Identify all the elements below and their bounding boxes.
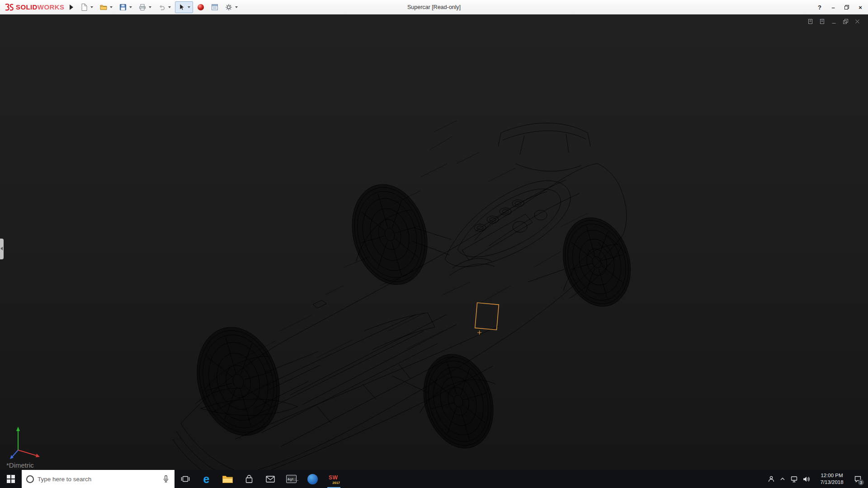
mail-icon — [265, 474, 275, 483]
brand-works: WORKS — [38, 3, 65, 11]
taskbar-solidworks-button[interactable]: SW 2017 — [323, 470, 344, 488]
print-button[interactable] — [136, 1, 154, 13]
child-window-controls — [807, 18, 861, 24]
help-button[interactable]: ? — [813, 1, 826, 13]
document-title: Supercar [Read-only] — [407, 0, 461, 14]
cortana-icon — [26, 475, 34, 483]
menu-expand-arrow[interactable] — [70, 5, 73, 10]
undo-icon — [157, 2, 167, 12]
child-window-icon-a[interactable] — [807, 18, 814, 24]
child-window-icon-b[interactable] — [818, 18, 826, 24]
notification-badge: 3 — [858, 479, 864, 485]
store-icon — [245, 474, 254, 484]
system-tray: 12:00 PM 7/13/2018 3 — [765, 470, 868, 488]
document-properties-icon — [210, 2, 220, 12]
taskbar-mail-button[interactable] — [259, 470, 281, 488]
child-minimize-button[interactable] — [830, 18, 837, 24]
taskbar: e &gt;_ SW — [0, 470, 868, 488]
taskbar-media-app-button[interactable] — [302, 470, 323, 488]
taskbar-clock[interactable]: 12:00 PM 7/13/2018 — [812, 472, 851, 486]
people-button[interactable] — [765, 470, 777, 488]
options-gear-icon — [224, 2, 234, 12]
clock-date: 7/13/2018 — [812, 479, 851, 486]
taskbar-file-explorer-button[interactable] — [217, 470, 238, 488]
solidworks-app-icon: SW 2017 — [328, 473, 340, 485]
taskbar-store-button[interactable] — [238, 470, 259, 488]
dropdown-caret[interactable] — [149, 6, 151, 8]
clock-time: 12:00 PM — [812, 472, 851, 479]
solidworks-window: SOLIDWORKS — [0, 0, 868, 488]
print-icon — [137, 2, 147, 12]
action-center-button[interactable]: 3 — [851, 470, 864, 488]
microphone-icon[interactable] — [162, 475, 170, 483]
task-view-icon — [180, 474, 190, 483]
dropdown-caret[interactable] — [168, 6, 171, 8]
task-view-button[interactable] — [175, 470, 196, 488]
dropdown-caret[interactable] — [129, 6, 132, 8]
appearance-sphere-icon — [196, 2, 206, 12]
windows-logo-icon — [7, 475, 15, 483]
people-icon — [768, 475, 775, 483]
window-controls: ? – × — [813, 0, 867, 14]
select-tool-button[interactable] — [175, 1, 193, 13]
dropdown-caret[interactable] — [110, 6, 113, 8]
standard-toolbar — [78, 1, 241, 13]
taskbar-edge-button[interactable]: e — [196, 470, 217, 488]
chevron-up-icon — [779, 476, 786, 482]
restore-button[interactable] — [840, 1, 854, 13]
options-button[interactable] — [222, 1, 241, 13]
dropdown-caret[interactable] — [90, 6, 93, 8]
view-orientation-label: *Dimetric — [6, 461, 34, 469]
edge-icon: e — [203, 474, 210, 485]
taskbar-terminal-button[interactable]: &gt;_ — [281, 470, 302, 488]
feature-tree-flyout-tab[interactable] — [0, 239, 4, 259]
network-icon — [790, 475, 798, 483]
volume-button[interactable] — [800, 470, 812, 488]
file-explorer-icon — [222, 474, 233, 483]
media-app-icon — [307, 474, 318, 484]
new-document-icon — [79, 2, 89, 12]
orientation-triad-icon — [8, 422, 49, 463]
appearance-button[interactable] — [194, 1, 207, 13]
start-button[interactable] — [0, 470, 22, 488]
open-button[interactable] — [97, 1, 115, 13]
new-document-button[interactable] — [78, 1, 96, 13]
graphics-area[interactable]: *Dimetric — [0, 14, 868, 470]
ds-logo-icon — [4, 2, 14, 13]
selection-highlight — [475, 303, 499, 334]
taskbar-search[interactable] — [22, 470, 175, 488]
child-restore-button[interactable] — [842, 18, 849, 24]
select-cursor-icon — [176, 2, 186, 12]
document-properties-button[interactable] — [208, 1, 221, 13]
solidworks-logo: SOLIDWORKS — [0, 2, 67, 13]
hidden-icons-button[interactable] — [777, 470, 788, 488]
network-button[interactable] — [788, 470, 800, 488]
brand-solid: SOLID — [16, 3, 38, 11]
open-folder-icon — [99, 2, 108, 12]
minimize-button[interactable]: – — [826, 1, 840, 13]
dropdown-caret[interactable] — [188, 6, 190, 8]
save-button[interactable] — [117, 1, 135, 13]
titlebar: SOLIDWORKS — [0, 0, 868, 14]
save-icon — [118, 2, 128, 12]
child-close-button[interactable] — [854, 18, 861, 24]
close-button[interactable]: × — [854, 1, 867, 13]
undo-button[interactable] — [156, 1, 174, 13]
command-prompt-icon: &gt;_ — [286, 475, 297, 483]
model-wireframe[interactable] — [0, 14, 868, 470]
dropdown-caret[interactable] — [235, 6, 238, 8]
search-input[interactable] — [38, 476, 158, 483]
volume-icon — [802, 475, 810, 483]
